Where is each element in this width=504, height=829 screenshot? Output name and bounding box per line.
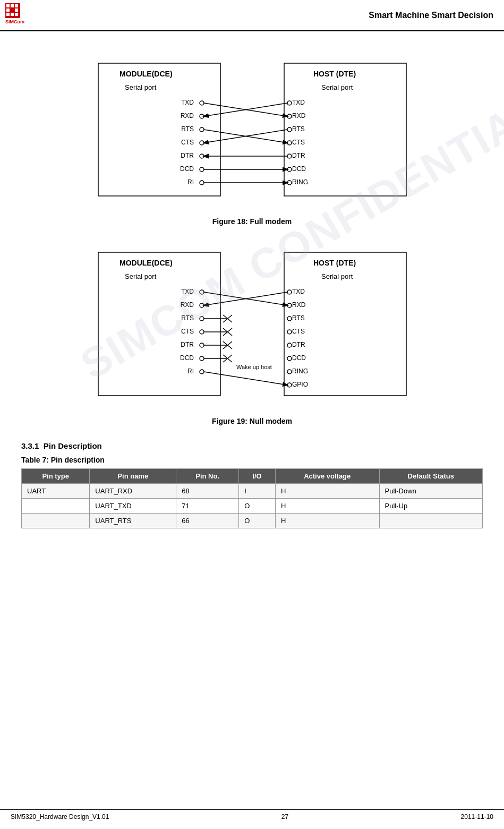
table-cell: [22, 514, 90, 528]
table-cell: UART: [22, 484, 90, 499]
col-io: I/O: [239, 469, 276, 484]
table-row: UART_TXD71OHPull-Up: [22, 499, 483, 514]
table-cell: 66: [176, 514, 239, 528]
svg-point-19: [200, 101, 204, 105]
svg-point-37: [287, 127, 292, 132]
table-row: UART_RTS66OH: [22, 514, 483, 528]
svg-text:MODULE(DCE): MODULE(DCE): [119, 70, 173, 78]
table-cell: O: [239, 499, 276, 514]
pin-description-table: Pin type Pin name Pin No. I/O Active vol…: [21, 468, 483, 528]
svg-text:RTS: RTS: [292, 314, 305, 322]
table-cell: UART_RTS: [90, 514, 176, 528]
svg-point-35: [287, 114, 292, 118]
svg-point-76: [287, 303, 292, 307]
svg-text:RTS: RTS: [181, 125, 194, 133]
col-default: Default Status: [379, 469, 482, 484]
svg-point-31: [200, 181, 204, 185]
svg-point-66: [200, 330, 204, 334]
table-body: UARTUART_RXD68IHPull-DownUART_TXD71OHPul…: [22, 484, 483, 528]
svg-rect-2: [11, 4, 14, 7]
table-cell: I: [239, 484, 276, 499]
svg-text:TXD: TXD: [181, 99, 194, 106]
svg-text:RING: RING: [292, 368, 308, 375]
svg-text:RI: RI: [187, 368, 194, 375]
table-cell: H: [275, 499, 379, 514]
svg-point-43: [287, 167, 292, 172]
page-header: SIMCom Company of SIM Tech Smart Machine…: [0, 0, 504, 31]
svg-text:RXD: RXD: [180, 112, 194, 119]
figure18-svg: MODULE(DCE) Serial port HOST (DTE) Seria…: [72, 47, 433, 212]
svg-point-86: [287, 370, 292, 374]
footer-center: 27: [281, 813, 288, 821]
svg-text:HOST    (DTE): HOST (DTE): [313, 70, 356, 78]
col-pin-type: Pin type: [22, 469, 90, 484]
svg-text:CTS: CTS: [292, 328, 305, 335]
svg-text:CTS: CTS: [292, 139, 305, 146]
svg-text:SIMCom: SIMCom: [5, 19, 24, 24]
svg-text:DCD: DCD: [180, 165, 194, 173]
section-number: 3.3.1: [21, 441, 39, 450]
svg-text:DCD: DCD: [180, 354, 194, 362]
table-cell: O: [239, 514, 276, 528]
svg-line-103: [204, 372, 287, 385]
svg-text:DCD: DCD: [292, 165, 306, 173]
table-cell: Pull-Down: [379, 484, 482, 499]
table-cell: Pull-Up: [379, 499, 482, 514]
figure18-container: MODULE(DCE) Serial port HOST (DTE) Seria…: [21, 47, 483, 212]
table-cell: 68: [176, 484, 239, 499]
table-cell: H: [275, 514, 379, 528]
svg-text:RTS: RTS: [292, 125, 305, 133]
svg-text:RING: RING: [292, 178, 308, 186]
svg-text:DTR: DTR: [292, 152, 305, 159]
svg-point-88: [287, 383, 292, 387]
svg-point-64: [200, 317, 204, 321]
table-cell: [22, 499, 90, 514]
section-title: Pin Description: [44, 441, 102, 450]
main-content: MODULE(DCE) Serial port HOST (DTE) Seria…: [0, 31, 504, 560]
table-cell: [379, 514, 482, 528]
figure19-svg: MODULE(DCE) Serial port HOST (DTE) Seria…: [72, 236, 433, 412]
svg-text:TXD: TXD: [181, 288, 194, 295]
svg-text:GPIO: GPIO: [292, 381, 308, 388]
table-row: UARTUART_RXD68IHPull-Down: [22, 484, 483, 499]
table-cell: UART_TXD: [90, 499, 176, 514]
svg-text:DCD: DCD: [292, 354, 306, 362]
header-row: Pin type Pin name Pin No. I/O Active vol…: [22, 469, 483, 484]
svg-rect-12: [98, 63, 220, 196]
svg-point-25: [200, 141, 204, 145]
figure18-caption: Figure 18: Full modem: [21, 217, 483, 226]
svg-point-45: [287, 181, 292, 185]
svg-text:RXD: RXD: [292, 301, 306, 309]
svg-text:HOST    (DTE): HOST (DTE): [313, 259, 356, 267]
col-pin-no: Pin No.: [176, 469, 239, 484]
section-heading: 3.3.1 Pin Description: [21, 441, 483, 450]
svg-point-33: [287, 101, 292, 105]
svg-rect-8: [11, 13, 14, 16]
svg-rect-1: [6, 4, 10, 7]
svg-rect-3: [15, 4, 18, 7]
svg-text:RTS: RTS: [181, 314, 194, 322]
table-cell: H: [275, 484, 379, 499]
svg-text:TXD: TXD: [292, 99, 305, 106]
svg-rect-4: [6, 8, 10, 12]
table-header: Pin type Pin name Pin No. I/O Active vol…: [22, 469, 483, 484]
table-caption: Table 7: Pin description: [21, 456, 483, 464]
figure19-container: MODULE(DCE) Serial port HOST (DTE) Seria…: [21, 236, 483, 412]
svg-text:RXD: RXD: [292, 112, 306, 119]
svg-text:MODULE(DCE): MODULE(DCE): [119, 259, 173, 267]
table-cell: 71: [176, 499, 239, 514]
svg-text:Serial port: Serial port: [125, 272, 157, 280]
table-cell: UART_RXD: [90, 484, 176, 499]
svg-text:DTR: DTR: [181, 341, 194, 348]
svg-point-72: [200, 370, 204, 374]
svg-point-23: [200, 127, 204, 132]
svg-point-39: [287, 141, 292, 145]
svg-text:Wake up host: Wake up host: [236, 364, 272, 370]
svg-point-82: [287, 343, 292, 347]
svg-text:RXD: RXD: [180, 301, 194, 309]
footer-left: SIM5320_Hardware Design_V1.01: [11, 813, 109, 821]
svg-text:RI: RI: [187, 178, 194, 186]
page-footer: SIM5320_Hardware Design_V1.01 27 2011-11…: [0, 809, 504, 824]
svg-point-41: [287, 154, 292, 158]
svg-text:DTR: DTR: [181, 152, 194, 159]
